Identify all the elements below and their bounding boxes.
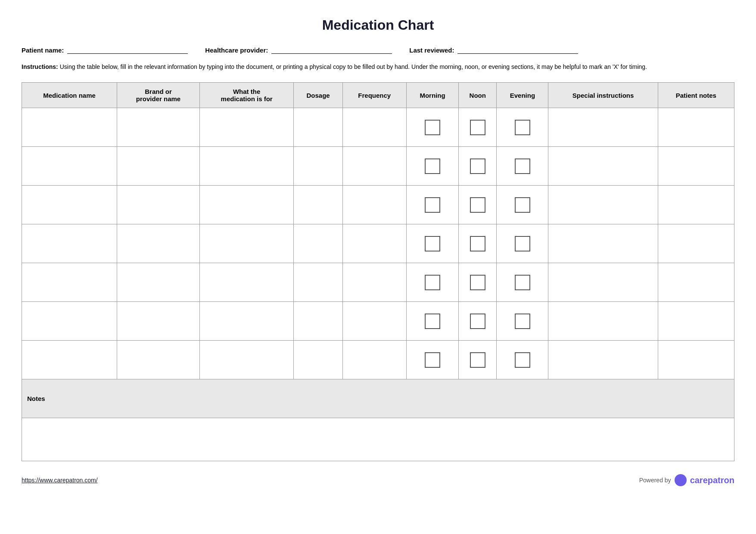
evening-checkbox[interactable] [515, 120, 530, 135]
cell-brand-provider[interactable] [117, 108, 200, 147]
cell-morning[interactable] [406, 302, 458, 341]
cell-dosage[interactable] [294, 341, 342, 379]
cell-patient-notes[interactable] [658, 108, 734, 147]
evening-checkbox[interactable] [515, 275, 530, 290]
morning-checkbox[interactable] [425, 158, 440, 174]
cell-patient-notes[interactable] [658, 302, 734, 341]
cell-brand-provider[interactable] [117, 224, 200, 263]
cell-noon[interactable] [459, 341, 497, 379]
patient-name-field[interactable]: Patient name: [22, 46, 188, 54]
cell-medication-for[interactable] [199, 108, 293, 147]
noon-checkbox[interactable] [470, 352, 485, 368]
noon-checkbox[interactable] [470, 120, 485, 135]
cell-special-instructions[interactable] [548, 263, 658, 302]
cell-evening[interactable] [497, 147, 548, 186]
cell-patient-notes[interactable] [658, 341, 734, 379]
noon-checkbox[interactable] [470, 236, 485, 251]
cell-medication-for[interactable] [199, 224, 293, 263]
cell-special-instructions[interactable] [548, 108, 658, 147]
cell-brand-provider[interactable] [117, 263, 200, 302]
cell-frequency[interactable] [342, 263, 406, 302]
cell-morning[interactable] [406, 186, 458, 224]
cell-medication-for[interactable] [199, 186, 293, 224]
cell-dosage[interactable] [294, 302, 342, 341]
cell-noon[interactable] [459, 263, 497, 302]
notes-content-cell[interactable] [22, 418, 734, 461]
morning-checkbox[interactable] [425, 352, 440, 368]
cell-patient-notes[interactable] [658, 224, 734, 263]
morning-checkbox[interactable] [425, 197, 440, 213]
col-noon: Noon [459, 83, 497, 108]
table-header-row: Medication name Brand orprovider name Wh… [22, 83, 734, 108]
cell-medication-name[interactable] [22, 147, 117, 186]
cell-medication-name[interactable] [22, 108, 117, 147]
cell-morning[interactable] [406, 224, 458, 263]
cell-evening[interactable] [497, 263, 548, 302]
cell-medication-name[interactable] [22, 341, 117, 379]
cell-patient-notes[interactable] [658, 186, 734, 224]
last-reviewed-field[interactable]: Last reviewed: [409, 46, 578, 54]
morning-checkbox[interactable] [425, 275, 440, 290]
cell-medication-name[interactable] [22, 263, 117, 302]
noon-checkbox[interactable] [470, 197, 485, 213]
cell-dosage[interactable] [294, 108, 342, 147]
cell-frequency[interactable] [342, 302, 406, 341]
col-brand-provider: Brand orprovider name [117, 83, 200, 108]
cell-brand-provider[interactable] [117, 186, 200, 224]
cell-brand-provider[interactable] [117, 147, 200, 186]
table-row [22, 186, 734, 224]
cell-dosage[interactable] [294, 147, 342, 186]
cell-medication-name[interactable] [22, 302, 117, 341]
cell-dosage[interactable] [294, 263, 342, 302]
cell-frequency[interactable] [342, 147, 406, 186]
cell-medication-for[interactable] [199, 147, 293, 186]
morning-checkbox[interactable] [425, 120, 440, 135]
cell-medication-name[interactable] [22, 186, 117, 224]
cell-brand-provider[interactable] [117, 341, 200, 379]
cell-morning[interactable] [406, 108, 458, 147]
cell-special-instructions[interactable] [548, 341, 658, 379]
evening-checkbox[interactable] [515, 236, 530, 251]
cell-morning[interactable] [406, 263, 458, 302]
cell-evening[interactable] [497, 186, 548, 224]
cell-medication-name[interactable] [22, 224, 117, 263]
carepatron-link[interactable]: https://www.carepatron.com/ [22, 477, 98, 484]
evening-checkbox[interactable] [515, 352, 530, 368]
cell-patient-notes[interactable] [658, 147, 734, 186]
cell-dosage[interactable] [294, 186, 342, 224]
cell-noon[interactable] [459, 224, 497, 263]
cell-frequency[interactable] [342, 341, 406, 379]
cell-frequency[interactable] [342, 108, 406, 147]
evening-checkbox[interactable] [515, 158, 530, 174]
evening-checkbox[interactable] [515, 197, 530, 213]
cell-noon[interactable] [459, 302, 497, 341]
cell-noon[interactable] [459, 147, 497, 186]
cell-frequency[interactable] [342, 224, 406, 263]
cell-medication-for[interactable] [199, 341, 293, 379]
cell-evening[interactable] [497, 224, 548, 263]
cell-medication-for[interactable] [199, 263, 293, 302]
cell-morning[interactable] [406, 341, 458, 379]
noon-checkbox[interactable] [470, 314, 485, 329]
cell-special-instructions[interactable] [548, 186, 658, 224]
cell-medication-for[interactable] [199, 302, 293, 341]
cell-evening[interactable] [497, 302, 548, 341]
cell-evening[interactable] [497, 341, 548, 379]
noon-checkbox[interactable] [470, 275, 485, 290]
cell-noon[interactable] [459, 186, 497, 224]
evening-checkbox[interactable] [515, 314, 530, 329]
morning-checkbox[interactable] [425, 314, 440, 329]
cell-brand-provider[interactable] [117, 302, 200, 341]
healthcare-provider-field[interactable]: Healthcare provider: [205, 46, 392, 54]
cell-evening[interactable] [497, 108, 548, 147]
cell-special-instructions[interactable] [548, 224, 658, 263]
cell-special-instructions[interactable] [548, 147, 658, 186]
cell-noon[interactable] [459, 108, 497, 147]
morning-checkbox[interactable] [425, 236, 440, 251]
cell-patient-notes[interactable] [658, 263, 734, 302]
cell-frequency[interactable] [342, 186, 406, 224]
noon-checkbox[interactable] [470, 158, 485, 174]
cell-special-instructions[interactable] [548, 302, 658, 341]
cell-dosage[interactable] [294, 224, 342, 263]
cell-morning[interactable] [406, 147, 458, 186]
